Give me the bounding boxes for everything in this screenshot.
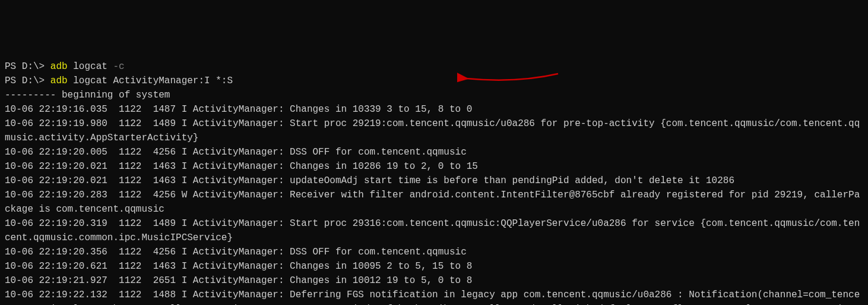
log-line: 10-06 22:19:20.621 1122 1463 I ActivityM… [5, 261, 472, 272]
command-adb: adb [50, 61, 68, 72]
command-flag: -c [113, 61, 124, 72]
log-line: 10-06 22:19:20.319 1122 1489 I ActivityM… [5, 218, 860, 243]
terminal-output[interactable]: PS D:\> adb logcat -c PS D:\> adb logcat… [5, 59, 863, 305]
log-line: 10-06 22:19:21.927 1122 2651 I ActivityM… [5, 275, 472, 286]
log-line: 10-06 22:19:20.021 1122 1463 I ActivityM… [5, 175, 734, 186]
log-line: 10-06 22:19:19.980 1122 1489 I ActivityM… [5, 118, 860, 143]
log-line: 10-06 22:19:20.021 1122 1463 I ActivityM… [5, 161, 478, 172]
prompt-line-2: PS D:\> adb logcat ActivityManager:I *:S [5, 76, 233, 86]
command-args: logcat ActivityManager:I *:S [68, 76, 233, 86]
log-line: 10-06 22:19:20.283 1122 4256 W ActivityM… [5, 190, 860, 215]
prompt-line-1: PS D:\> adb logcat -c [5, 61, 125, 72]
log-line: --------- beginning of system [5, 90, 170, 100]
log-line: 10-06 22:19:20.005 1122 4256 I ActivityM… [5, 147, 467, 158]
command-adb: adb [50, 76, 68, 86]
command-args: logcat [68, 61, 113, 72]
ps-prompt: PS D:\> [5, 61, 50, 72]
log-line: 10-06 22:19:22.132 1122 1488 I ActivityM… [5, 290, 860, 305]
log-line: 10-06 22:19:16.035 1122 1487 I ActivityM… [5, 104, 472, 115]
ps-prompt: PS D:\> [5, 76, 50, 86]
log-line: 10-06 22:19:20.356 1122 4256 I ActivityM… [5, 247, 467, 257]
